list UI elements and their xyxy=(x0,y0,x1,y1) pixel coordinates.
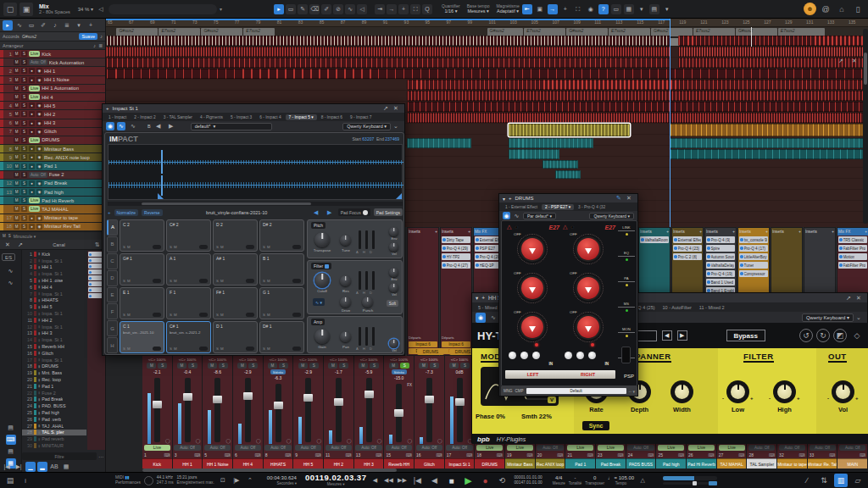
strip-name[interactable]: Glitch xyxy=(415,458,444,469)
impact-pad[interactable]: F# 1SM xyxy=(213,287,258,319)
fader-track[interactable] xyxy=(214,378,220,442)
strip-instrument-icon[interactable]: ⌨ xyxy=(315,452,321,458)
insert-slot[interactable]: Compressor xyxy=(739,270,768,277)
track-rec-button[interactable]: ● xyxy=(29,77,35,83)
strip-instrument-icon[interactable]: ⌨ xyxy=(497,452,503,458)
e27-side-label-link[interactable]: LINK xyxy=(618,225,635,231)
filter-enable-dot[interactable] xyxy=(325,264,329,269)
track-live-badge[interactable]: Live xyxy=(29,197,40,203)
pad-toggle[interactable] xyxy=(199,279,208,283)
clip[interactable] xyxy=(106,36,670,46)
pad-toggle[interactable] xyxy=(292,347,301,351)
list-caret-icon[interactable]: ▾ xyxy=(662,4,672,14)
plugin-tab[interactable]: 3 - Pro-Q 4 (32 xyxy=(575,204,609,210)
insert-slot[interactable]: Spire xyxy=(706,245,735,252)
insert-add-icon[interactable]: + xyxy=(435,230,437,234)
home-icon[interactable]: ⌂ xyxy=(835,3,849,16)
strip-name[interactable]: Impact St 1 xyxy=(445,458,475,469)
pad-toggle[interactable] xyxy=(199,347,208,351)
impact-pad[interactable]: C 2SM xyxy=(120,219,164,252)
hyt-knob-width[interactable] xyxy=(670,380,693,403)
mute-button[interactable]: M xyxy=(328,363,337,369)
e27-menu-icon[interactable]: ▾ xyxy=(503,196,505,202)
strip-name[interactable]: Minitaur to tape xyxy=(777,458,807,469)
fader-db-value[interactable]: -5.9 xyxy=(365,369,373,375)
insert-power-dot[interactable] xyxy=(641,238,644,241)
insert-power-dot[interactable] xyxy=(740,247,743,250)
solo-button[interactable]: S xyxy=(188,363,198,369)
knob-vel[interactable] xyxy=(389,242,398,252)
track-row[interactable]: 12MS●◉Pad Break xyxy=(0,180,105,188)
fader-handle[interactable] xyxy=(425,396,434,403)
fader-track[interactable] xyxy=(185,378,191,442)
pad-solo[interactable]: S xyxy=(263,279,265,283)
pad-solo[interactable]: S xyxy=(123,245,125,249)
bank-button-F[interactable]: F xyxy=(107,303,118,319)
departs-title[interactable]: Départs xyxy=(408,335,438,341)
fader-track[interactable] xyxy=(275,384,281,442)
track-mute-button[interactable]: M xyxy=(14,189,19,195)
levels-icon[interactable]: ⇅ xyxy=(817,474,831,487)
plugin-tab[interactable]: 2 - PSP E27 ▾ xyxy=(542,204,574,210)
strip-instrument-icon[interactable]: ⌨ xyxy=(285,452,291,458)
autoscroll-tool[interactable]: ⇥ xyxy=(375,4,385,14)
fader-handle[interactable] xyxy=(274,402,283,409)
hyt-preset-next-icon[interactable]: ▶ xyxy=(677,330,687,341)
fader-db-value[interactable]: -8.6 xyxy=(214,369,221,375)
grid-caret-icon[interactable]: ▾ xyxy=(637,4,647,14)
track-monitor-button[interactable]: ◉ xyxy=(36,215,42,221)
nudge-back-icon[interactable]: ◀ xyxy=(370,475,380,485)
track-row[interactable]: MSLiveDRUMS xyxy=(0,136,105,145)
impact-pad[interactable]: G# 1SM xyxy=(120,253,164,286)
mute-button[interactable]: M xyxy=(237,363,247,369)
track-monitor-button[interactable]: ◉ xyxy=(36,154,42,160)
plugin-tab[interactable]: 8 - Impact 6 xyxy=(318,114,346,120)
track-mute-button[interactable]: M xyxy=(14,51,19,57)
track-live-badge[interactable]: Live xyxy=(29,86,40,92)
bank-button-A[interactable]: A xyxy=(107,219,118,236)
insert-power-dot[interactable] xyxy=(674,255,677,258)
clip[interactable] xyxy=(678,36,868,46)
pad-solo[interactable]: S xyxy=(123,279,125,283)
e27-white-button[interactable] xyxy=(520,352,528,359)
pan-value[interactable]: <C> 100% xyxy=(390,358,408,362)
mute-button[interactable]: M xyxy=(359,363,368,369)
mixer-strip[interactable]: <C> 100%MS-5.9◯Auto: Off13⌨HH 3 xyxy=(354,356,385,469)
track-mute-button[interactable]: M xyxy=(14,86,19,92)
impact-keyboard-select[interactable]: Qwerty Keyboard ▾ xyxy=(342,123,391,130)
nudge-back2-icon[interactable]: ◀◀ xyxy=(383,475,393,485)
plugin-tab[interactable]: 7 - Impact 5 ▾ xyxy=(286,114,317,120)
waveform-display[interactable] xyxy=(108,144,403,200)
arranger-track-header[interactable]: Arrangeur ♪ ≣ xyxy=(0,42,105,50)
hyt-float-icon[interactable]: ↗ xyxy=(843,293,854,303)
pad-mute[interactable]: M xyxy=(127,313,131,317)
hyt-menu-icon[interactable]: ▾ xyxy=(476,295,478,302)
hyt-redo-icon[interactable]: ↻ xyxy=(816,329,830,342)
filter-more-icon[interactable]: ⋯ xyxy=(98,453,103,459)
insert-column-header[interactable]: Inserts+ xyxy=(771,228,802,236)
help-icon[interactable]: ? xyxy=(598,4,609,14)
track-solo-button[interactable]: S xyxy=(21,180,27,186)
clip[interactable] xyxy=(407,113,868,123)
track-row[interactable]: 7MS●◉Glitch xyxy=(0,128,105,136)
hyt-knob-low[interactable] xyxy=(726,380,749,403)
impact-pad[interactable]: C 1bruit_vin...2021-10SM xyxy=(120,321,164,353)
console-channel-row[interactable]: 2▮Impa. St 1 xyxy=(22,258,86,264)
strip-instrument-icon[interactable]: ⌨ xyxy=(709,452,715,458)
hyt-undo-icon[interactable]: ↺ xyxy=(799,329,813,342)
knob-cutoff[interactable] xyxy=(314,273,330,288)
insert-power-dot[interactable] xyxy=(442,255,446,258)
follow-tool[interactable]: → xyxy=(387,4,397,14)
zoombox-tool[interactable]: ⛶ xyxy=(410,4,420,14)
eraser-tool[interactable]: ⌫ xyxy=(309,4,320,14)
arranger-flag-icon[interactable]: ♪ xyxy=(93,43,96,48)
track-row[interactable]: 3MS●◉HH 1 Noise xyxy=(0,76,105,85)
e27-footer-icons[interactable]: ◦◦ ▾ xyxy=(629,389,635,394)
track-row[interactable]: 4MS●◉HH 5 xyxy=(0,102,105,110)
console-channel-row[interactable]: 27▮TAJ .AHAL xyxy=(22,423,86,430)
insert-slot[interactable]: Pro-C 2 (8) xyxy=(673,253,702,260)
strip-instrument-icon[interactable]: ⌨ xyxy=(376,452,381,458)
strip-instrument-icon[interactable]: ⌨ xyxy=(164,452,170,458)
track-mute-button[interactable]: M xyxy=(14,146,19,152)
track-rec-button[interactable]: ● xyxy=(29,154,35,160)
